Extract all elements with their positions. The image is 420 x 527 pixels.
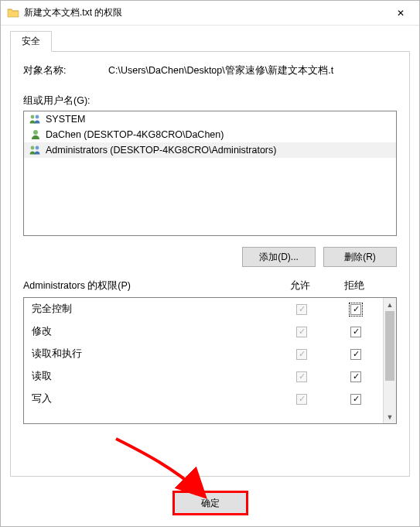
deny-checkbox[interactable]: ✓	[350, 349, 361, 360]
list-item-label: Administrators (DESKTOP-4KG8CRO\Administ…	[46, 145, 276, 156]
svg-point-0	[31, 115, 35, 119]
object-name-row: 对象名称: C:\Users\DaChen\Desktop\管家速修\新建文本文…	[23, 64, 397, 77]
list-item[interactable]: DaChen (DESKTOP-4KG8CRO\DaChen)	[24, 127, 396, 142]
permissions-col-allow: 允许	[273, 279, 327, 293]
permissions-header-name: Administrators 的权限(P)	[23, 279, 273, 293]
permissions-listbox: 完全控制✓✓修改✓✓读取和执行✓✓读取✓✓写入✓✓ ▲ ▼	[23, 297, 397, 424]
permission-name: 读取和执行	[32, 347, 275, 361]
remove-button-label: 删除(R)	[344, 251, 376, 264]
close-icon: ✕	[397, 8, 405, 19]
list-item[interactable]: Administrators (DESKTOP-4KG8CRO\Administ…	[24, 142, 396, 158]
allow-checkbox: ✓	[296, 349, 307, 360]
permission-row: 读取和执行✓✓	[24, 343, 383, 365]
ok-button-label: 确定	[201, 497, 220, 510]
permission-name: 写入	[32, 392, 275, 406]
permission-name: 读取	[32, 370, 275, 383]
folder-icon	[7, 7, 19, 19]
scroll-track[interactable]	[384, 311, 396, 410]
allow-checkbox: ✓	[296, 304, 307, 315]
scroll-down-icon[interactable]: ▼	[384, 410, 396, 423]
permissions-rows: 完全控制✓✓修改✓✓读取和执行✓✓读取✓✓写入✓✓	[24, 298, 383, 423]
permission-row: 修改✓✓	[24, 320, 383, 343]
add-button[interactable]: 添加(D)...	[242, 247, 316, 267]
deny-checkbox[interactable]: ✓	[350, 394, 361, 405]
allow-checkbox: ✓	[296, 371, 307, 382]
allow-checkbox: ✓	[296, 327, 307, 337]
permissions-dialog: 新建文本文档.txt 的权限 ✕ 安全 对象名称: C:\Users\DaChe…	[0, 0, 420, 527]
groups-label: 组或用户名(G):	[23, 94, 397, 108]
permissions-col-deny: 拒绝	[327, 279, 381, 293]
svg-point-2	[33, 130, 38, 135]
deny-checkbox[interactable]: ✓	[350, 304, 361, 315]
list-item-label: DaChen (DESKTOP-4KG8CRO\DaChen)	[46, 129, 224, 140]
deny-checkbox[interactable]: ✓	[350, 371, 361, 382]
tab-security[interactable]: 安全	[10, 31, 52, 52]
tab-security-label: 安全	[22, 36, 40, 46]
security-panel: 对象名称: C:\Users\DaChen\Desktop\管家速修\新建文本文…	[10, 51, 410, 477]
object-name-value: C:\Users\DaChen\Desktop\管家速修\新建文本文档.t	[108, 64, 397, 77]
dialog-footer: 确定	[1, 486, 419, 526]
close-button[interactable]: ✕	[384, 2, 418, 25]
group-icon	[29, 113, 43, 125]
tab-strip: 安全	[10, 33, 410, 52]
user-icon	[29, 128, 43, 141]
permission-row: 完全控制✓✓	[24, 298, 383, 320]
permissions-scrollbar[interactable]: ▲ ▼	[383, 298, 396, 423]
object-name-label: 对象名称:	[23, 64, 108, 77]
svg-point-1	[36, 115, 39, 119]
allow-checkbox: ✓	[296, 394, 307, 405]
svg-point-4	[36, 146, 39, 150]
scroll-thumb[interactable]	[385, 311, 394, 381]
svg-point-3	[31, 146, 35, 150]
deny-checkbox[interactable]: ✓	[350, 327, 361, 337]
permissions-header: Administrators 的权限(P) 允许 拒绝	[23, 279, 397, 293]
titlebar: 新建文本文档.txt 的权限 ✕	[1, 1, 419, 26]
permission-row: 读取✓✓	[24, 365, 383, 388]
list-item-label: SYSTEM	[46, 114, 85, 125]
dialog-body: 安全 对象名称: C:\Users\DaChen\Desktop\管家速修\新建…	[1, 26, 419, 486]
group-icon	[29, 144, 43, 156]
window-title: 新建文本文档.txt 的权限	[24, 6, 384, 19]
groups-listbox[interactable]: SYSTEMDaChen (DESKTOP-4KG8CRO\DaChen)Adm…	[23, 111, 397, 236]
list-item[interactable]: SYSTEM	[24, 111, 396, 127]
group-buttons-row: 添加(D)... 删除(R)	[23, 236, 397, 278]
permission-name: 完全控制	[32, 303, 275, 316]
permission-row: 写入✓✓	[24, 388, 383, 410]
permission-name: 修改	[32, 325, 275, 338]
add-button-label: 添加(D)...	[259, 251, 299, 264]
remove-button[interactable]: 删除(R)	[323, 247, 397, 267]
scroll-up-icon[interactable]: ▲	[384, 298, 396, 311]
ok-button[interactable]: 确定	[172, 491, 248, 515]
